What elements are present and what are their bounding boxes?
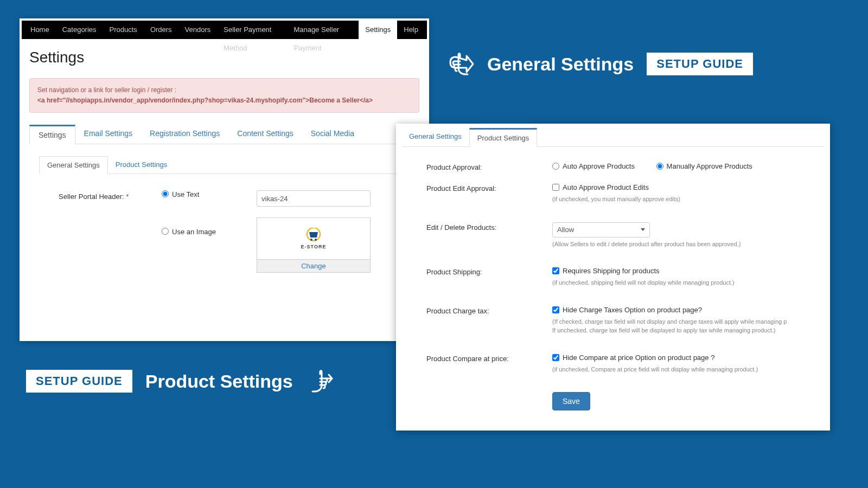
svg-point-2 [315, 239, 317, 241]
row-product-compare-price: Product Compare at price: Hide Compare a… [426, 354, 825, 374]
tab-product-settings[interactable]: Product Settings [108, 156, 175, 174]
setup-guide-badge-top: SETUP GUIDE [647, 53, 753, 75]
radio-manual-approve[interactable]: Manually Approve Products [656, 162, 752, 170]
check-hide-charge-taxes[interactable]: Hide Charge Taxes Option on product page… [552, 306, 702, 314]
tabs-outer: Settings Email Settings Registration Set… [29, 125, 419, 144]
label-product-compare-price: Product Compare at price: [426, 354, 552, 374]
radio-use-text[interactable]: Use Text [162, 190, 257, 198]
setup-guide-badge-bottom: SETUP GUIDE [26, 370, 132, 393]
label-product-edit-approval: Product Edit Approval: [426, 183, 552, 204]
row-product-approval: Product Approval: Auto Approve Products … [426, 162, 825, 171]
hint-tax2: If unchecked, charge tax field will be d… [552, 326, 825, 335]
alert-line1: Set navigation or a link for seller logi… [37, 85, 411, 95]
label-product-approval: Product Approval: [426, 162, 552, 171]
change-image-button[interactable]: Change [257, 259, 370, 272]
headline-product: Product Settings [145, 371, 293, 392]
rtab-general-settings[interactable]: General Settings [401, 128, 469, 146]
check-auto-approve-edits-input[interactable] [552, 184, 559, 191]
check-hide-charge-taxes-input[interactable] [552, 306, 559, 313]
check-requires-shipping-input[interactable] [552, 267, 559, 274]
tabs-right: General Settings Product Settings [401, 128, 825, 147]
radio-use-image-input[interactable] [162, 228, 169, 235]
portal-header-image-box: E-STORE Change [257, 217, 371, 273]
nav-products[interactable]: Products [103, 21, 144, 39]
select-edit-delete[interactable]: Allow [552, 222, 650, 237]
header-product: SETUP GUIDE Product Settings [26, 369, 335, 394]
label-seller-portal-header: Seller Portal Header: * [59, 190, 162, 273]
window-general-settings: Home Categories Products Orders Vendors … [20, 18, 429, 341]
row-save: Save [426, 392, 825, 410]
hint-edit-approval: (if unchecked, you must manually approve… [552, 195, 825, 204]
radio-manual-approve-input[interactable] [656, 163, 663, 170]
check-hide-compare-price[interactable]: Hide Compare at price Option on product … [552, 354, 714, 362]
row-seller-portal-header: Seller Portal Header: * Use Text Use an … [59, 190, 414, 273]
estore-logo-label: E-STORE [301, 244, 327, 249]
hand-right-icon [306, 369, 335, 394]
hint-compare: (if unchecked, Compare at price field wi… [552, 365, 825, 374]
label-edit-delete-products: Edit / Delete Products: [426, 222, 552, 249]
check-auto-approve-edits[interactable]: Auto Approve Product Edits [552, 183, 649, 191]
alert-seller-link: Set navigation or a link for seller logi… [29, 78, 419, 113]
row-product-shipping: Product Shipping: Requires Shipping for … [426, 267, 825, 287]
tab-registration-settings[interactable]: Registration Settings [141, 125, 228, 144]
chevron-down-icon [641, 228, 645, 231]
row-product-charge-tax: Product Charge tax: Hide Charge Taxes Op… [426, 306, 825, 335]
nav-seller-payment-method[interactable]: Seller Payment Method [217, 21, 287, 39]
nav-categories[interactable]: Categories [56, 21, 103, 39]
select-edit-delete-value: Allow [557, 226, 574, 234]
nav-manage-seller-payment[interactable]: Manage Seller Payment [287, 21, 359, 39]
radio-use-image[interactable]: Use an Image [162, 228, 257, 236]
tab-general-settings[interactable]: General Settings [39, 156, 108, 174]
check-hide-compare-price-input[interactable] [552, 354, 559, 361]
headline-general: General Settings [487, 54, 634, 75]
tab-content-settings[interactable]: Content Settings [228, 125, 302, 144]
top-nav: Home Categories Products Orders Vendors … [22, 21, 427, 39]
hand-left-icon [445, 52, 474, 76]
nav-home[interactable]: Home [24, 21, 56, 39]
check-requires-shipping[interactable]: Requires Shipping for products [552, 267, 660, 275]
hint-tax1: (If checked, charge tax field will not d… [552, 317, 825, 326]
nav-vendors[interactable]: Vendors [178, 21, 218, 39]
alert-line2: <a href="//shopiapps.in/vendor_app/vendo… [37, 95, 411, 106]
tabs-inner: General Settings Product Settings [39, 156, 419, 174]
tab-settings[interactable]: Settings [29, 125, 75, 144]
radio-auto-approve[interactable]: Auto Approve Products [552, 162, 635, 170]
nav-settings[interactable]: Settings [359, 21, 397, 39]
row-edit-delete-products: Edit / Delete Products: Allow (Allow Sel… [426, 222, 825, 249]
window-product-settings: General Settings Product Settings Produc… [396, 124, 830, 431]
save-button[interactable]: Save [552, 392, 590, 410]
estore-logo-icon [304, 228, 323, 243]
radio-auto-approve-input[interactable] [552, 163, 559, 170]
label-product-shipping: Product Shipping: [426, 267, 552, 287]
input-portal-header-text[interactable] [257, 190, 371, 207]
label-product-charge-tax: Product Charge tax: [426, 306, 552, 335]
hint-edit-delete: (Allow Sellers to edit / delete product … [552, 240, 825, 249]
nav-orders[interactable]: Orders [144, 21, 178, 39]
hint-shipping: (if unchecked, shipping field will not d… [552, 278, 825, 287]
svg-point-1 [310, 239, 312, 241]
row-product-edit-approval: Product Edit Approval: Auto Approve Prod… [426, 183, 825, 204]
radio-use-text-input[interactable] [162, 190, 169, 197]
nav-help[interactable]: Help [397, 21, 425, 39]
tab-social-media[interactable]: Social Media [302, 125, 363, 144]
rtab-product-settings[interactable]: Product Settings [469, 128, 537, 147]
tab-email-settings[interactable]: Email Settings [75, 125, 141, 144]
header-general: General Settings SETUP GUIDE [445, 52, 753, 76]
